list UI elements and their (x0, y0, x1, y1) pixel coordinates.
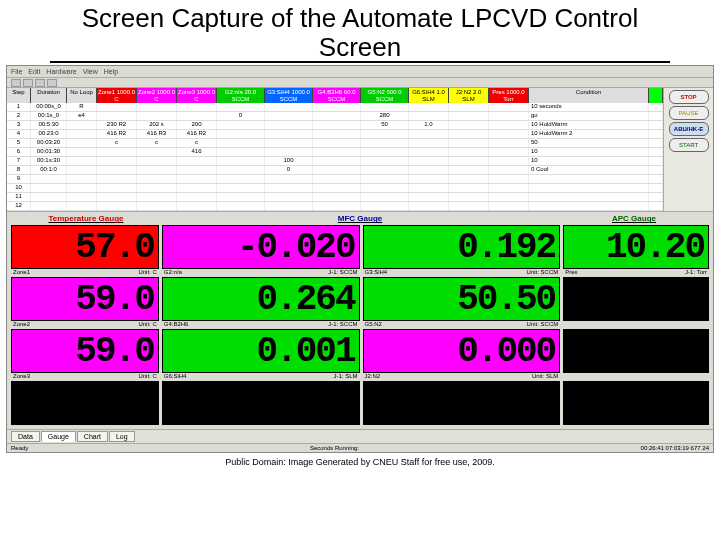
table-cell[interactable] (137, 193, 177, 201)
table-cell[interactable] (137, 166, 177, 174)
table-cell[interactable] (409, 112, 449, 120)
table-cell[interactable] (361, 157, 409, 165)
table-cell[interactable] (265, 184, 313, 192)
table-cell[interactable] (265, 202, 313, 210)
table-cell[interactable] (67, 139, 97, 147)
table-cell[interactable]: 6 (7, 148, 31, 156)
table-cell[interactable] (449, 175, 489, 183)
table-cell[interactable] (489, 103, 529, 111)
table-cell[interactable]: 7 (7, 157, 31, 165)
table-cell[interactable] (449, 184, 489, 192)
table-cell[interactable] (409, 103, 449, 111)
table-cell[interactable]: 4 (7, 130, 31, 138)
table-cell[interactable]: 00:5:30 (31, 121, 67, 129)
table-cell[interactable] (361, 130, 409, 138)
table-cell[interactable]: 8 (7, 166, 31, 174)
table-cell[interactable] (529, 193, 649, 201)
table-cell[interactable] (449, 139, 489, 147)
table-cell[interactable]: 9 (7, 175, 31, 183)
table-cell[interactable]: 10 HoldWarm (529, 121, 649, 129)
table-row[interactable]: 500:03:20 c c c50 (7, 139, 663, 148)
table-cell[interactable] (97, 193, 137, 201)
table-cell[interactable] (313, 175, 361, 183)
table-cell[interactable] (449, 157, 489, 165)
table-cell[interactable]: 10 (529, 148, 649, 156)
table-cell[interactable] (361, 175, 409, 183)
table-cell[interactable] (361, 148, 409, 156)
table-row[interactable]: 200:1s_0e40280go (7, 112, 663, 121)
table-cell[interactable]: 200 (177, 121, 217, 129)
table-cell[interactable]: 00:00s_0 (31, 103, 67, 111)
stop-button[interactable]: STOP (669, 90, 709, 104)
table-cell[interactable]: 10 (7, 184, 31, 192)
table-cell[interactable] (265, 148, 313, 156)
table-cell[interactable]: 2 (7, 112, 31, 120)
table-cell[interactable] (489, 202, 529, 210)
table-cell[interactable] (649, 166, 663, 174)
table-cell[interactable]: 416 R2 (177, 130, 217, 138)
table-cell[interactable] (489, 112, 529, 120)
table-cell[interactable] (137, 175, 177, 183)
menu-file[interactable]: File (11, 68, 22, 75)
table-cell[interactable]: 50 (361, 121, 409, 129)
table-cell[interactable] (649, 121, 663, 129)
table-cell[interactable] (649, 175, 663, 183)
table-cell[interactable]: 00:1:0 (31, 166, 67, 174)
tab-log[interactable]: Log (109, 431, 135, 442)
table-cell[interactable]: c (137, 139, 177, 147)
table-cell[interactable] (649, 103, 663, 111)
table-cell[interactable] (649, 193, 663, 201)
pause-button[interactable]: PAUSE (669, 106, 709, 120)
table-cell[interactable]: 416 R3 (137, 130, 177, 138)
table-cell[interactable] (409, 130, 449, 138)
table-cell[interactable] (177, 112, 217, 120)
table-cell[interactable] (409, 148, 449, 156)
table-cell[interactable] (649, 139, 663, 147)
table-cell[interactable]: R (67, 103, 97, 111)
abuhk-button[interactable]: ABU/HK-E (669, 122, 709, 136)
table-cell[interactable] (217, 148, 265, 156)
table-cell[interactable]: 1.0 (409, 121, 449, 129)
table-cell[interactable] (489, 193, 529, 201)
menu-help[interactable]: Help (104, 68, 118, 75)
toolbar-button[interactable] (47, 79, 57, 87)
table-cell[interactable] (409, 202, 449, 210)
table-cell[interactable] (137, 184, 177, 192)
table-cell[interactable]: 0 Cool (529, 166, 649, 174)
table-cell[interactable] (137, 157, 177, 165)
table-cell[interactable] (313, 157, 361, 165)
table-cell[interactable]: 1 (7, 103, 31, 111)
table-cell[interactable] (265, 193, 313, 201)
table-cell[interactable] (177, 175, 217, 183)
table-cell[interactable] (409, 166, 449, 174)
table-cell[interactable] (649, 112, 663, 120)
table-cell[interactable]: 0 (217, 112, 265, 120)
table-cell[interactable] (97, 175, 137, 183)
table-cell[interactable] (67, 166, 97, 174)
toolbar-button[interactable] (23, 79, 33, 87)
menu-edit[interactable]: Edit (28, 68, 40, 75)
table-cell[interactable] (313, 130, 361, 138)
table-cell[interactable] (97, 157, 137, 165)
table-cell[interactable] (489, 175, 529, 183)
menu-hardware[interactable]: Hardware (46, 68, 76, 75)
toolbar-button[interactable] (11, 79, 21, 87)
table-cell[interactable] (31, 202, 67, 210)
table-row[interactable]: 10 (7, 184, 663, 193)
table-cell[interactable]: 10 (529, 157, 649, 165)
table-cell[interactable] (649, 130, 663, 138)
table-cell[interactable] (177, 166, 217, 174)
table-cell[interactable] (265, 175, 313, 183)
table-cell[interactable]: 0 (265, 166, 313, 174)
table-cell[interactable] (265, 103, 313, 111)
table-cell[interactable]: 280 (361, 112, 409, 120)
table-cell[interactable]: c (97, 139, 137, 147)
table-cell[interactable] (97, 112, 137, 120)
table-cell[interactable] (449, 130, 489, 138)
table-cell[interactable] (177, 202, 217, 210)
table-cell[interactable] (313, 148, 361, 156)
table-cell[interactable] (137, 112, 177, 120)
table-cell[interactable] (313, 184, 361, 192)
table-cell[interactable] (97, 103, 137, 111)
table-cell[interactable] (489, 148, 529, 156)
